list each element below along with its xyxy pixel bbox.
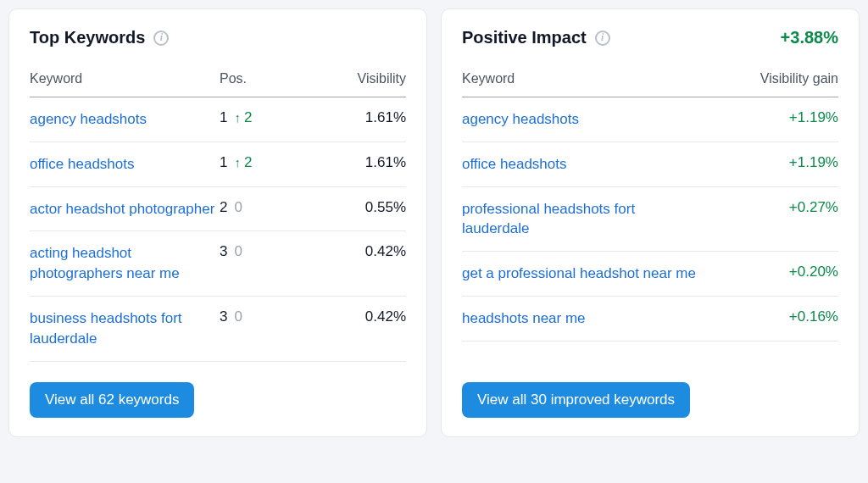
table-row: get a professional headshot near me +0.2… — [462, 252, 838, 297]
keyword-link[interactable]: actor headshot photographer — [30, 201, 214, 217]
table-row: acting headshot photographers near me 3 … — [30, 231, 406, 297]
keyword-link[interactable]: agency headshots — [462, 111, 579, 127]
visibility-value: 0.55% — [304, 199, 406, 216]
delta-up-icon: 2 — [234, 154, 252, 171]
card-title: Positive Impact — [462, 28, 587, 47]
col-position: Pos. — [220, 71, 304, 86]
visibility-gain-value: +0.20% — [703, 264, 838, 280]
keyword-link[interactable]: get a professional headshot near me — [462, 265, 696, 281]
info-icon[interactable]: i — [595, 31, 610, 46]
card-header: Top Keywords i — [30, 28, 406, 47]
top-keywords-card: Top Keywords i Keyword Pos. Visibility a… — [8, 8, 427, 437]
table-row: professional headshots fort lauderdale +… — [462, 187, 838, 253]
keyword-link[interactable]: acting headshot photographers near me — [30, 245, 180, 281]
keyword-link[interactable]: professional headshots fort lauderdale — [462, 201, 635, 237]
card-header: Positive Impact i +3.88% — [462, 28, 838, 47]
positive-impact-card: Positive Impact i +3.88% Keyword Visibil… — [441, 8, 860, 437]
keyword-link[interactable]: business headshots fort lauderdale — [30, 310, 182, 347]
table-header: Keyword Visibility gain — [462, 71, 838, 97]
table-row: office headshots 1 2 1.61% — [30, 142, 406, 187]
table-header: Keyword Pos. Visibility — [30, 71, 406, 97]
visibility-value: 1.61% — [304, 109, 406, 126]
col-visibility-gain: Visibility gain — [703, 71, 838, 86]
col-keyword: Keyword — [462, 71, 703, 86]
col-keyword: Keyword — [30, 71, 220, 86]
visibility-gain-value: +1.19% — [703, 109, 838, 126]
keyword-link[interactable]: office headshots — [462, 156, 567, 172]
visibility-value: 0.42% — [304, 243, 406, 260]
visibility-value: 0.42% — [304, 308, 406, 325]
overall-impact-value: +3.88% — [781, 28, 838, 47]
position-value: 3 — [220, 308, 227, 325]
delta-up-icon: 2 — [234, 109, 252, 126]
table-row: actor headshot photographer 2 0 0.55% — [30, 187, 406, 232]
info-icon[interactable]: i — [153, 31, 169, 46]
position-value: 1 — [220, 154, 227, 171]
delta-zero: 0 — [234, 199, 242, 216]
visibility-gain-value: +0.27% — [703, 199, 838, 216]
view-all-improved-keywords-button[interactable]: View all 30 improved keywords — [462, 382, 690, 418]
col-visibility: Visibility — [304, 71, 406, 86]
position-value: 2 — [220, 199, 227, 216]
table-row: agency headshots +1.19% — [462, 97, 838, 142]
table-row: headshots near me +0.16% — [462, 297, 838, 341]
view-all-keywords-button[interactable]: View all 62 keywords — [30, 382, 194, 418]
visibility-gain-value: +0.16% — [703, 308, 838, 325]
table-row: business headshots fort lauderdale 3 0 0… — [30, 297, 406, 362]
visibility-value: 1.61% — [304, 154, 406, 171]
keyword-link[interactable]: office headshots — [30, 156, 135, 172]
position-value: 1 — [220, 109, 227, 126]
table-row: office headshots +1.19% — [462, 142, 838, 187]
delta-zero: 0 — [234, 308, 242, 325]
table-row: agency headshots 1 2 1.61% — [30, 97, 406, 142]
card-title: Top Keywords — [30, 28, 145, 47]
visibility-gain-value: +1.19% — [703, 154, 838, 171]
keyword-link[interactable]: headshots near me — [462, 310, 586, 326]
keyword-link[interactable]: agency headshots — [30, 111, 147, 127]
delta-zero: 0 — [234, 243, 242, 260]
position-value: 3 — [220, 243, 227, 260]
